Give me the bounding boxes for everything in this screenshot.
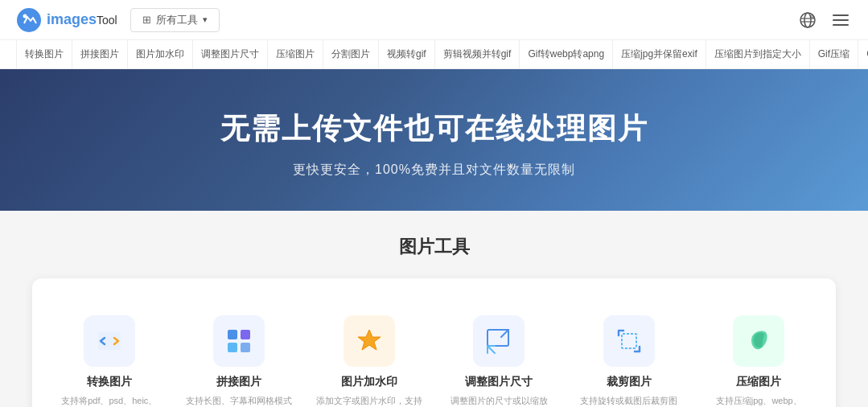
svg-line-15 [501,330,508,337]
watermark-icon [354,326,385,356]
svg-line-16 [487,346,495,353]
watermark-icon-wrap [343,315,395,367]
nav-item-resize[interactable]: 调整图片尺寸 [193,40,268,68]
svg-text:A: A [810,14,814,19]
tool-desc-convert: 支持将pdf、psd、heic、raw、tiff等00种以上的格式转换成jpg、… [55,394,164,407]
nav-item-compress-jpg[interactable]: 压缩jpg并保留exif [613,40,706,68]
crop-icon-wrap [603,315,655,367]
menu-icon[interactable] [829,11,852,29]
svg-point-1 [23,14,27,18]
logo-text: imagesTool [47,11,117,28]
logo-icon [16,7,42,33]
tool-item-resize[interactable]: 调整图片尺寸 调整图片的尺寸或以缩放比，支持同时输出多种尺寸 [438,302,561,407]
header: imagesTool ⊞ 所有工具 ▾ A [0,0,868,40]
all-tools-button[interactable]: ⊞ 所有工具 ▾ [130,8,220,32]
collage-icon [224,326,254,356]
tool-desc-crop: 支持旋转或截图后裁剪图片，导入尺寸相应的图片对支持同步裁剪 [574,394,684,407]
tool-desc-collage: 支持长图、字幕和网格模式 [186,394,292,407]
tool-name-convert: 转换图片 [87,375,132,389]
tools-card: 转换图片 支持将pdf、psd、heic、raw、tiff等00种以上的格式转换… [32,278,836,407]
tool-desc-resize: 调整图片的尺寸或以缩放比，支持同时输出多种尺寸 [445,394,554,407]
tool-name-collage: 拼接图片 [216,375,261,389]
convert-icon [94,326,125,356]
hero-title: 无需上传文件也可在线处理图片 [16,109,852,149]
tool-item-watermark[interactable]: 图片加水印 添加文字或图片水印，支持平铺、随机、全量、横幅模式 [308,302,430,407]
nav-item-watermark[interactable]: 图片加水印 [128,40,193,68]
header-right: A [799,11,852,29]
nav-item-gif-compress[interactable]: Gif压缩 [810,40,858,68]
tool-item-compress[interactable]: 压缩图片 支持压缩jpg、webp、png、svg、gif动画、apng动画 [698,302,821,407]
grid-icon: ⊞ [142,14,151,26]
tools-section: 图片工具 转换图片 支持将pdf、psd、heic、raw、tiff等00种以上… [0,211,868,407]
hero-section: 无需上传文件也可在线处理图片 更快更安全，100%免费并且对文件数量无限制 [0,69,868,211]
svg-rect-9 [228,330,237,339]
tool-item-crop[interactable]: 裁剪图片 支持旋转或截图后裁剪图片，导入尺寸相应的图片对支持同步裁剪 [568,302,690,407]
svg-rect-17 [622,334,636,348]
tool-name-crop: 裁剪图片 [607,375,652,389]
nav-item-convert[interactable]: 转换图片 [16,40,72,68]
logo[interactable]: imagesTool [16,7,117,33]
nav-item-clip-gif[interactable]: 剪辑视频并转gif [435,40,520,68]
nav-item-video2gif[interactable]: 视频转gif [379,40,435,68]
convert-icon-wrap [84,315,135,367]
svg-marker-13 [358,330,381,350]
nav-item-compress-size[interactable]: 压缩图片到指定大小 [706,40,810,68]
header-left: imagesTool ⊞ 所有工具 ▾ [16,7,220,33]
tool-desc-compress: 支持压缩jpg、webp、png、svg、gif动画、apng动画 [705,394,814,407]
nav-item-gif-cut[interactable]: Gif截剪 [858,40,868,68]
tool-item-convert[interactable]: 转换图片 支持将pdf、psd、heic、raw、tiff等00种以上的格式转换… [48,302,171,407]
nav-item-split[interactable]: 分割图片 [323,40,379,68]
tool-name-compress: 压缩图片 [736,375,781,389]
nav-item-compress[interactable]: 压缩图片 [268,40,323,68]
tool-desc-watermark: 添加文字或图片水印，支持平铺、随机、全量、横幅模式 [315,394,424,407]
nav-item-gif-webp[interactable]: Gif转webp转apng [520,40,613,68]
crop-icon [614,326,644,356]
svg-rect-11 [228,343,237,352]
compress-icon-wrap [733,315,784,367]
tool-name-resize: 调整图片尺寸 [465,375,533,389]
tools-grid: 转换图片 支持将pdf、psd、heic、raw、tiff等00种以上的格式转换… [48,302,820,407]
svg-rect-12 [241,343,250,352]
tool-item-collage[interactable]: 拼接图片 支持长图、字幕和网格模式 [179,302,301,407]
tool-name-watermark: 图片加水印 [341,375,397,389]
resize-icon [483,326,514,356]
compress-icon [743,326,774,356]
nav-bar: 转换图片 拼接图片 图片加水印 调整图片尺寸 压缩图片 分割图片 视频转gif … [0,40,868,69]
collage-icon-wrap [213,315,265,367]
language-icon[interactable]: A [799,11,817,29]
hero-subtitle: 更快更安全，100%免费并且对文件数量无限制 [16,162,852,179]
nav-item-collage[interactable]: 拼接图片 [72,40,128,68]
resize-icon-wrap [473,315,525,367]
tools-section-title: 图片工具 [32,235,836,259]
svg-rect-10 [241,330,250,339]
